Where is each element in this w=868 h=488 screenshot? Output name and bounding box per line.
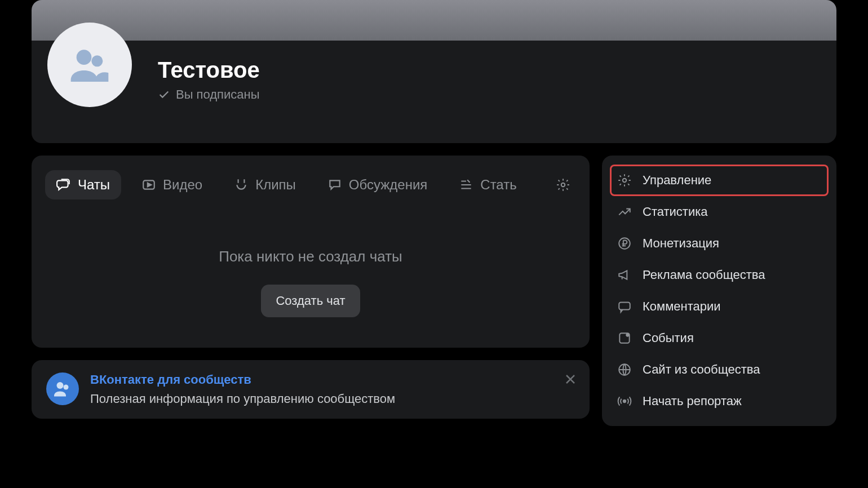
promo-title: ВКонтакте для сообществ (90, 372, 395, 387)
gear-icon (617, 173, 632, 188)
menu-item-stats[interactable]: Статистика (602, 196, 836, 228)
group-header: Тестовое Вы подписаны (32, 41, 836, 143)
checkmark-icon (158, 88, 170, 101)
menu-label: Монетизация (643, 236, 719, 251)
group-title: Тестовое (158, 57, 821, 83)
subscribed-label: Вы подписаны (176, 87, 260, 102)
tab-label: Клипы (255, 177, 296, 193)
svg-point-10 (619, 238, 630, 249)
broadcast-icon (617, 394, 632, 409)
svg-point-6 (64, 385, 69, 390)
cover-banner (32, 0, 836, 41)
menu-label: Сайт из сообщества (643, 362, 760, 377)
event-icon (617, 331, 632, 345)
sidebar-menu: Управление Статистика Монетизация Реклам… (602, 156, 836, 426)
menu-label: Комментарии (643, 299, 721, 314)
promo-avatar (46, 372, 79, 405)
chat-bubble-icon (56, 178, 71, 192)
play-circle-icon (141, 178, 156, 192)
tab-clips[interactable]: Клипы (223, 170, 307, 199)
close-icon (564, 372, 577, 386)
group-avatar[interactable] (47, 23, 132, 107)
menu-label: Управление (643, 173, 711, 188)
svg-point-0 (77, 50, 92, 65)
stats-icon (617, 205, 632, 219)
ruble-icon (617, 236, 632, 251)
create-chat-button[interactable]: Создать чат (261, 285, 360, 317)
subscribed-row[interactable]: Вы подписаны (158, 87, 821, 102)
svg-marker-3 (148, 183, 152, 187)
tab-label: Чаты (78, 177, 110, 193)
tabs-settings-button[interactable] (550, 172, 576, 198)
menu-label: События (643, 331, 694, 345)
group-icon (67, 42, 112, 87)
content-panel: Чаты Видео Клипы Обсуждения (32, 156, 590, 348)
promo-subtitle: Полезная информация по управлению сообще… (90, 392, 395, 406)
gear-icon (556, 178, 570, 192)
tab-video[interactable]: Видео (130, 170, 214, 199)
svg-point-9 (623, 179, 627, 183)
menu-item-manage[interactable]: Управление (610, 165, 829, 196)
menu-item-ads[interactable]: Реклама сообщества (602, 259, 836, 291)
tab-chats[interactable]: Чаты (45, 170, 121, 199)
promo-close-button[interactable] (564, 372, 577, 388)
comment-icon (617, 299, 632, 314)
svg-point-15 (623, 400, 626, 402)
tab-articles[interactable]: Стать (448, 170, 528, 199)
article-icon (459, 178, 473, 192)
promo-card[interactable]: ВКонтакте для сообществ Полезная информа… (32, 360, 590, 419)
menu-item-site[interactable]: Сайт из сообщества (602, 354, 836, 385)
group-icon (52, 379, 73, 399)
menu-label: Реклама сообщества (643, 268, 765, 282)
menu-item-monetize[interactable]: Монетизация (602, 228, 836, 259)
tab-discussions[interactable]: Обсуждения (316, 170, 439, 199)
speech-icon (327, 178, 342, 192)
empty-state: Пока никто не создал чаты Создать чат (32, 210, 590, 348)
svg-point-13 (626, 334, 628, 336)
globe-icon (617, 362, 632, 377)
tab-label: Видео (163, 177, 202, 193)
clips-icon (234, 178, 249, 192)
tabs-row: Чаты Видео Клипы Обсуждения (32, 156, 590, 210)
megaphone-icon (617, 268, 632, 282)
svg-rect-11 (619, 302, 630, 309)
menu-label: Статистика (643, 205, 708, 219)
menu-item-comments[interactable]: Комментарии (602, 291, 836, 322)
tab-label: Стать (480, 177, 516, 193)
svg-point-5 (57, 382, 64, 389)
empty-text: Пока никто не создал чаты (43, 248, 578, 265)
menu-label: Начать репортаж (643, 394, 742, 409)
tab-label: Обсуждения (349, 177, 427, 193)
svg-point-1 (91, 55, 103, 66)
svg-point-4 (561, 183, 565, 187)
menu-item-events[interactable]: События (602, 322, 836, 354)
menu-item-live[interactable]: Начать репортаж (602, 385, 836, 417)
